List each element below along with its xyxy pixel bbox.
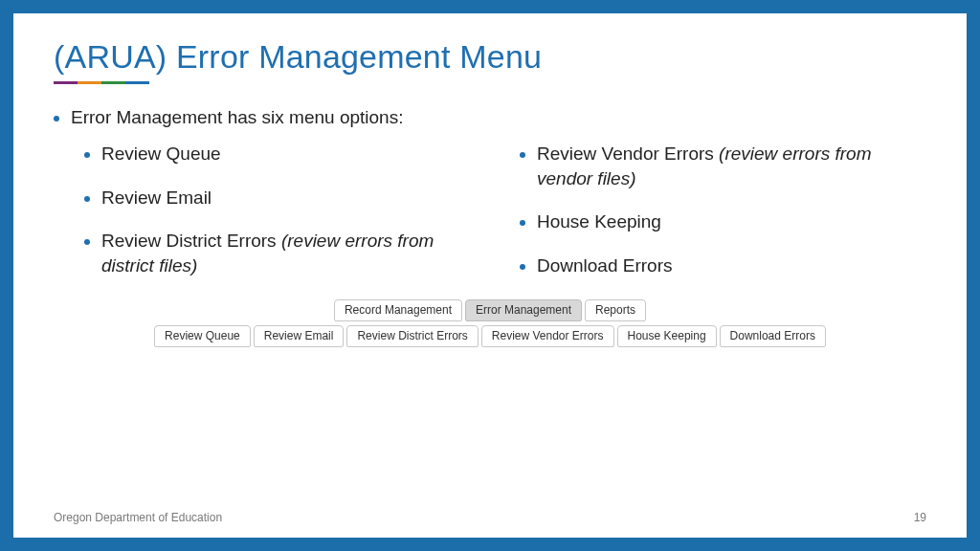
- footer-org: Oregon Department of Education: [54, 511, 222, 524]
- slide-frame: (ARUA) Error Management Menu Error Manag…: [0, 0, 980, 551]
- list-item: Review Email: [101, 186, 491, 210]
- list-item: Review District Errors (review errors fr…: [101, 229, 491, 277]
- item-text: House Keeping: [537, 211, 661, 231]
- tab[interactable]: House Keeping: [617, 325, 717, 347]
- tab[interactable]: Review Vendor Errors: [481, 325, 614, 347]
- tab[interactable]: Error Management: [465, 299, 582, 321]
- slide-footer: Oregon Department of Education 19: [54, 511, 926, 524]
- tab[interactable]: Review District Errors: [346, 325, 478, 347]
- left-column: Review Queue Review Email Review Distric…: [84, 142, 491, 298]
- title-accent-bar: [54, 81, 149, 84]
- tab[interactable]: Reports: [585, 299, 646, 321]
- list-item: Review Vendor Errors (review errors from…: [537, 142, 926, 190]
- tab[interactable]: Download Errors: [720, 325, 826, 347]
- bullet-columns: Review Queue Review Email Review Distric…: [54, 142, 926, 298]
- item-text: Download Errors: [537, 255, 673, 276]
- list-item: Download Errors: [537, 253, 926, 278]
- item-text: Review District Errors: [101, 231, 281, 251]
- tabs-bottom-row: Review QueueReview EmailReview District …: [154, 325, 826, 347]
- intro-list: Error Management has six menu options:: [54, 107, 926, 128]
- tabs-top-row: Record ManagementError ManagementReports: [334, 299, 646, 321]
- tabs-screenshot: Record ManagementError ManagementReports…: [54, 299, 926, 347]
- right-column: Review Vendor Errors (review errors from…: [520, 142, 926, 298]
- tab[interactable]: Record Management: [334, 299, 462, 321]
- list-item: Review Queue: [101, 142, 491, 166]
- intro-text: Error Management has six menu options:: [71, 107, 926, 128]
- tab[interactable]: Review Queue: [154, 325, 251, 347]
- item-text: Review Email: [101, 187, 212, 208]
- item-text: Review Queue: [101, 143, 221, 164]
- slide-body: Error Management has six menu options: R…: [54, 107, 926, 347]
- page-number: 19: [914, 511, 926, 524]
- item-text: Review Vendor Errors: [537, 143, 719, 164]
- tab[interactable]: Review Email: [254, 325, 345, 347]
- left-list: Review Queue Review Email Review Distric…: [84, 142, 491, 278]
- right-list: Review Vendor Errors (review errors from…: [520, 142, 926, 278]
- list-item: House Keeping: [537, 209, 926, 234]
- page-title: (ARUA) Error Management Menu: [54, 38, 926, 76]
